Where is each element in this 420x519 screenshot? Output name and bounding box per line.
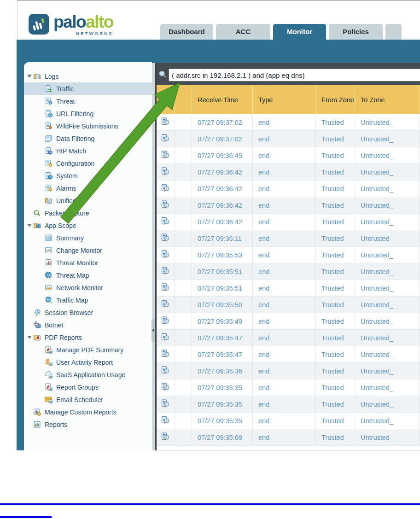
sidebar-item-hip-match[interactable]: HIP Match	[24, 145, 152, 157]
log-magnifier-icon[interactable]	[161, 416, 170, 426]
sidebar-item-change-monitor[interactable]: Change Monitor	[24, 244, 152, 257]
log-detail-cell[interactable]	[157, 379, 175, 396]
log-detail-cell[interactable]	[157, 114, 175, 131]
sidebar-item-user-activity-report[interactable]: User Activity Report	[24, 356, 152, 368]
log-row[interactable]: 07/27 09:36:42endTrustedUntrusted_	[157, 197, 420, 214]
sidebar-item-traffic[interactable]: Traffic	[24, 82, 152, 95]
column-header-blank[interactable]	[175, 85, 192, 114]
sidebar-item-email-scheduler[interactable]: Email Scheduler	[24, 393, 152, 406]
log-row[interactable]: 07/27 09:36:42endTrustedUntrusted_	[157, 164, 420, 181]
log-magnifier-icon[interactable]	[161, 316, 170, 326]
sidebar-item-pdf-reports[interactable]: APDF Reports	[24, 331, 152, 344]
sidebar-item-system[interactable]: System	[24, 169, 152, 182]
log-row[interactable]: 07/27 09:35:35endTrustedUntrusted_	[157, 413, 420, 429]
log-magnifier-icon[interactable]	[161, 134, 170, 144]
sidebar-item-threat-monitor[interactable]: Threat Monitor	[24, 257, 152, 269]
sidebar-item-session-browser[interactable]: Session Browser	[24, 306, 152, 319]
log-magnifier-icon[interactable]	[161, 117, 170, 127]
sidebar-item-botnet[interactable]: Botnet	[24, 319, 152, 331]
log-detail-cell[interactable]	[157, 147, 175, 164]
log-detail-cell[interactable]	[157, 263, 175, 280]
log-magnifier-icon[interactable]	[161, 283, 170, 293]
tab-acc[interactable]: ACC	[216, 24, 270, 40]
sidebar-item-report-groups[interactable]: AReport Groups	[24, 381, 152, 393]
log-detail-cell[interactable]	[157, 396, 175, 413]
log-detail-cell[interactable]	[157, 164, 175, 181]
log-row[interactable]: 07/27 09:35:47endTrustedUntrusted_	[157, 330, 420, 346]
log-magnifier-icon[interactable]	[161, 217, 170, 227]
panel-splitter[interactable]	[152, 63, 155, 450]
log-row[interactable]: 07/27 09:36:42endTrustedUntrusted_	[157, 181, 420, 197]
sidebar-item-url-filtering[interactable]: URL Filtering	[24, 107, 152, 120]
log-magnifier-icon[interactable]	[161, 267, 170, 276]
log-row[interactable]: 07/27 09:37:02endTrustedUntrusted_	[157, 114, 420, 131]
log-magnifier-icon[interactable]	[161, 333, 170, 343]
log-detail-cell[interactable]	[157, 181, 175, 197]
sidebar-item-threat[interactable]: Threat	[24, 95, 152, 107]
sidebar-item-summary[interactable]: Summary	[24, 232, 152, 244]
search-icon[interactable]	[158, 70, 167, 78]
sidebar-item-manage-pdf-summary[interactable]: AManage PDF Summary	[24, 344, 152, 356]
sidebar-item-network-monitor[interactable]: Network Monitor	[24, 281, 152, 294]
log-row[interactable]: 07/27 09:35:09endTrustedUntrusted_	[157, 429, 420, 446]
log-magnifier-icon[interactable]	[161, 250, 170, 260]
log-magnifier-icon[interactable]	[161, 233, 170, 243]
log-row[interactable]: 07/27 09:35:35endTrustedUntrusted_	[157, 379, 420, 396]
sidebar-item-manage-custom-reports[interactable]: Manage Custom Reports	[24, 406, 152, 418]
sidebar-item-app-scope[interactable]: App Scope	[24, 219, 152, 232]
column-header-type[interactable]: Type	[253, 85, 316, 114]
column-header-from-zone[interactable]: From Zone	[316, 85, 355, 114]
log-filter-input[interactable]	[169, 69, 420, 82]
expander-caret-icon[interactable]	[27, 224, 32, 227]
tab-partial[interactable]	[385, 24, 402, 40]
log-detail-cell[interactable]	[157, 330, 175, 346]
log-magnifier-icon[interactable]	[161, 366, 170, 376]
sidebar-item-unified[interactable]: Unified	[24, 194, 152, 207]
log-row[interactable]: 07/27 09:36:45endTrustedUntrusted_	[157, 147, 420, 164]
log-detail-cell[interactable]	[157, 363, 175, 379]
sidebar-item-alarms[interactable]: Alarms	[24, 182, 152, 194]
sidebar-item-wildfire-submissions[interactable]: WildFire Submissions	[24, 120, 152, 132]
log-detail-cell[interactable]	[157, 214, 175, 230]
expander-caret-icon[interactable]	[27, 75, 32, 78]
log-magnifier-icon[interactable]	[161, 432, 170, 442]
log-detail-cell[interactable]	[157, 297, 175, 313]
log-detail-cell[interactable]	[157, 247, 175, 263]
log-row[interactable]: 07/27 09:35:49endTrustedUntrusted_	[157, 313, 420, 330]
log-row[interactable]: 07/27 09:35:35endTrustedUntrusted_	[157, 396, 420, 413]
sidebar-item-packet-capture[interactable]: Packet Capture	[24, 207, 152, 219]
log-magnifier-icon[interactable]	[161, 151, 170, 160]
log-magnifier-icon[interactable]	[161, 399, 170, 409]
column-header-blank[interactable]	[157, 85, 175, 114]
log-row[interactable]: 07/27 09:35:51endTrustedUntrusted_	[157, 263, 420, 280]
log-row[interactable]: 07/27 09:35:50endTrustedUntrusted_	[157, 297, 420, 313]
sidebar-item-reports[interactable]: Reports	[24, 418, 152, 431]
log-detail-cell[interactable]	[157, 346, 175, 363]
expander-caret-icon[interactable]	[27, 336, 32, 339]
tab-monitor[interactable]: Monitor	[273, 24, 326, 40]
log-magnifier-icon[interactable]	[161, 300, 170, 309]
log-detail-cell[interactable]	[157, 197, 175, 214]
sidebar-item-configuration[interactable]: Configuration	[24, 157, 152, 169]
log-row[interactable]: 07/27 09:36:42endTrustedUntrusted_	[157, 214, 420, 230]
sidebar-item-traffic-map[interactable]: Traffic Map	[24, 294, 152, 306]
log-magnifier-icon[interactable]	[161, 167, 170, 177]
log-row[interactable]: 07/27 09:35:36endTrustedUntrusted_	[157, 363, 420, 379]
log-magnifier-icon[interactable]	[161, 200, 170, 210]
log-row[interactable]: 07/27 09:35:53endTrustedUntrusted_	[157, 247, 420, 263]
log-row[interactable]: 07/27 09:37:02endTrustedUntrusted_	[157, 131, 420, 147]
log-detail-cell[interactable]	[157, 280, 175, 297]
log-detail-cell[interactable]	[157, 230, 175, 247]
sidebar-item-saas-application-usage[interactable]: SaaS Application Usage	[24, 368, 152, 381]
log-magnifier-icon[interactable]	[161, 350, 170, 359]
log-row[interactable]: 07/27 09:35:47endTrustedUntrusted_	[157, 346, 420, 363]
sidebar-item-logs[interactable]: Logs	[24, 70, 152, 82]
sidebar-item-data-filtering[interactable]: Data Filtering	[24, 132, 152, 145]
sidebar-item-threat-map[interactable]: Threat Map	[24, 269, 152, 281]
log-detail-cell[interactable]	[157, 429, 175, 446]
column-header-receive-time[interactable]: Receive Time	[192, 85, 253, 114]
log-magnifier-icon[interactable]	[161, 184, 170, 193]
column-header-to-zone[interactable]: To Zone	[355, 85, 420, 114]
log-magnifier-icon[interactable]	[161, 383, 170, 392]
log-detail-cell[interactable]	[157, 131, 175, 147]
